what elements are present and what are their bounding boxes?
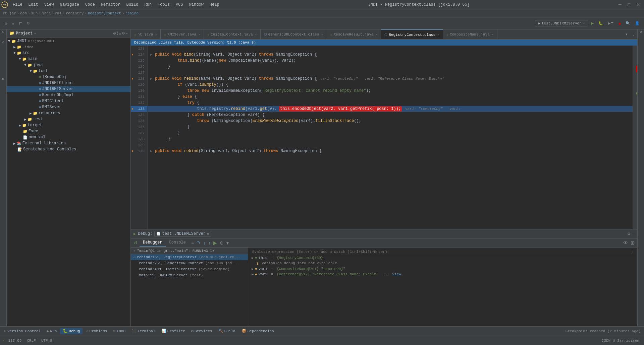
tree-item-ext-libs[interactable]: ▶ 📚 External Libraries <box>7 140 130 146</box>
debugger-tab[interactable]: Debugger <box>140 239 166 247</box>
menu-edit[interactable]: Edit <box>26 2 41 8</box>
stack-frame-rebind433[interactable]: rebind:433, InitialContext (javax.naming… <box>131 266 248 272</box>
tree-item-remoteobjimpl[interactable]: ● RemoteObjImpl <box>7 92 130 98</box>
project-icon[interactable]: P <box>1 31 5 33</box>
step-over-btn[interactable]: ↷ <box>196 239 201 246</box>
code-content[interactable]: ▶ public void bind ( String var1 , Objec… <box>148 46 633 229</box>
expand-this[interactable]: ▶ <box>252 256 254 260</box>
menu-navigate[interactable]: Navigate <box>57 2 82 8</box>
tree-item-src[interactable]: ▼ 📁 src <box>7 50 130 56</box>
breadcrumb-com[interactable]: com <box>20 11 27 15</box>
breadcrumb-rt[interactable]: rt.jar <box>3 11 16 15</box>
tab-nt-java[interactable]: ☕ nt.java ✕ <box>131 29 161 39</box>
menu-view[interactable]: View <box>42 2 57 8</box>
stack-frame-main13[interactable]: main:13, JNDIRMIServer (test) <box>131 272 248 278</box>
fold-128[interactable]: ▶ <box>150 77 152 81</box>
expand-var2[interactable]: ▶ <box>252 272 254 276</box>
tab-genericurlcontext-class[interactable]: ⬡ GenericURLContext.class ✕ <box>261 29 327 39</box>
run-config[interactable]: ▶ test.JNDIRMIServer ▾ <box>535 20 588 26</box>
tree-item-test[interactable]: ▶ 📁 test <box>7 116 130 122</box>
watches-btn[interactable]: 👁 <box>623 239 629 246</box>
collapse-all-btn[interactable]: ⟨ <box>117 31 118 36</box>
dependencies-btn[interactable]: 📦 Dependencies <box>239 328 277 334</box>
panel-minimize-btn[interactable]: − <box>126 31 128 36</box>
view-link[interactable]: View <box>392 272 401 276</box>
menu-tools[interactable]: Tools <box>155 2 172 8</box>
tree-item-java[interactable]: ▼ 📁 java <box>7 62 130 68</box>
locate-btn[interactable]: ⊙ <box>113 31 116 36</box>
build-btn[interactable]: 🔨 Build <box>216 328 238 334</box>
tree-item-jndi[interactable]: ▼ 📁 JNDI D:\java\JNDI <box>7 38 130 44</box>
code-editor[interactable]: 123 ● 124 125 126 127 ● 128 129 130 131 … <box>131 46 637 229</box>
close-tab-rmisever[interactable]: ✕ <box>198 32 200 37</box>
settings-btn[interactable]: ⚙ <box>25 20 32 26</box>
tab-options-btn[interactable]: ⋮ <box>630 31 637 37</box>
tab-compositename-java[interactable]: ☕ CompositeName.java ✕ <box>443 29 497 39</box>
status-crlf[interactable]: CRLF <box>25 339 38 343</box>
menu-window[interactable]: Window <box>186 2 206 8</box>
tree-item-target[interactable]: ▶ 📁 target <box>7 122 130 128</box>
breakpoint-133[interactable]: ● <box>131 107 133 111</box>
tree-item-resources[interactable]: ▶ 📁 resources <box>7 110 130 116</box>
tree-item-main[interactable]: ▼ 📁 main <box>7 56 130 62</box>
tab-rmisever-java[interactable]: ☕ RMISever.java ✕ <box>161 29 204 39</box>
collapse-btn[interactable]: ≡ <box>10 20 16 26</box>
menu-run[interactable]: Run <box>142 2 154 8</box>
profiler-btn[interactable]: 📊 Profiler <box>159 328 188 334</box>
thread-filter-btn2[interactable]: ⊙ <box>209 249 212 253</box>
bookmarks-icon[interactable]: B <box>1 78 5 80</box>
console-tab[interactable]: Console <box>166 239 189 247</box>
close-tab-resolveresult[interactable]: ✕ <box>375 32 377 37</box>
editor-scrollbar[interactable] <box>633 46 637 229</box>
run-btn[interactable]: ▶ <box>589 20 595 26</box>
breadcrumb-registry[interactable]: registry <box>66 11 84 15</box>
tree-item-rmisever[interactable]: ● RMISever <box>7 104 130 110</box>
thread-filter-btn[interactable]: ⊙ <box>219 239 224 246</box>
menu-code[interactable]: Code <box>83 2 98 8</box>
stack-frame-rebind251[interactable]: rebind:251, GenericURLContext (com.sun.j… <box>131 260 248 266</box>
notifications-icon[interactable]: N <box>639 31 643 33</box>
problems-btn[interactable]: ⚠ Problems <box>83 328 110 334</box>
breadcrumb-class[interactable]: RegistryContext <box>88 11 121 15</box>
structure-icon[interactable]: S <box>1 41 5 43</box>
tab-registrycontext-class[interactable]: ⬡ RegistryContext.class ✕ <box>381 29 443 39</box>
tab-resolveresult-java[interactable]: ☕ ResolveResult.java ✕ <box>327 29 381 39</box>
restore-layout-btn[interactable]: ⊞ <box>630 239 635 246</box>
minimize-btn[interactable]: ─ <box>615 1 624 8</box>
todo-btn[interactable]: ☑ TODO <box>110 328 128 334</box>
tree-item-jndirmiclient[interactable]: ● JNDIRMIClient <box>7 80 130 86</box>
version-control-btn[interactable]: ⊙ Version Control <box>1 328 43 334</box>
status-charset[interactable]: UTF-8 <box>39 339 54 343</box>
breadcrumb-method[interactable]: rebind <box>125 11 139 15</box>
search-btn[interactable]: 🔍 <box>624 20 632 26</box>
gutter-128[interactable]: ● <box>131 77 133 81</box>
breadcrumb-sun[interactable]: sun <box>31 11 38 15</box>
debug-minimize-btn[interactable]: − <box>633 232 635 236</box>
debug-settings-btn[interactable]: ⚙ <box>627 232 631 236</box>
stop-btn[interactable]: ■ <box>617 20 623 26</box>
fold-140[interactable]: ▶ <box>150 149 152 153</box>
thread-dropdown2[interactable]: ▾ <box>212 249 214 253</box>
breadcrumb-jndi[interactable]: jndi <box>42 11 51 15</box>
tree-item-pom[interactable]: 📄 pom.xml <box>7 134 130 140</box>
coverage-btn[interactable]: ▶☂ <box>606 20 615 26</box>
close-tab-genericurl[interactable]: ✕ <box>321 32 323 37</box>
debug-session-selector[interactable]: 📄 test.JNDIRMIServer ✕ <box>154 231 211 237</box>
step-out-btn[interactable]: ↑ <box>208 239 211 246</box>
terminal-btn[interactable]: ⬛ Terminal <box>129 328 158 334</box>
tree-item-exec[interactable]: 📁 Exec <box>7 128 130 134</box>
maximize-btn[interactable]: □ <box>625 1 633 8</box>
run-bottom-btn[interactable]: ▶ Run <box>44 328 59 334</box>
gutter-124[interactable]: ● <box>131 53 133 57</box>
sync-btn[interactable]: ⇄ <box>17 20 23 26</box>
menu-refactor[interactable]: Refactor <box>98 2 123 8</box>
thread-dropdown-btn[interactable]: ▾ <box>226 239 229 246</box>
resume-btn[interactable]: ▶ <box>213 239 218 246</box>
panel-settings-btn[interactable]: ⚙ <box>122 31 125 36</box>
breadcrumb-rmi[interactable]: rmi <box>55 11 62 15</box>
project-expand-btn[interactable]: ⊞ <box>3 20 9 26</box>
eval-input[interactable] <box>252 250 631 254</box>
menu-help[interactable]: Help <box>207 2 222 8</box>
close-btn[interactable]: ✕ <box>634 1 643 8</box>
close-tab-registrycontext[interactable]: ✕ <box>437 33 439 37</box>
